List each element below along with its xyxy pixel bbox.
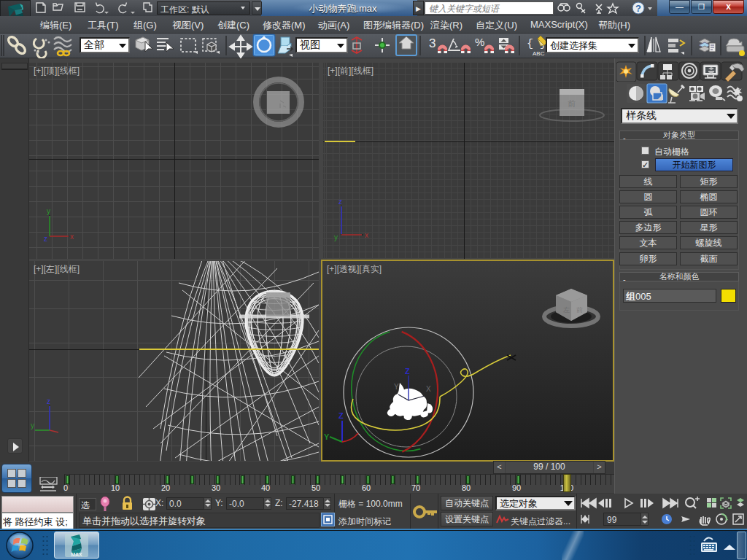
svg-text:MAX: MAX — [71, 552, 82, 557]
svg-text:%: % — [475, 36, 484, 48]
svg-text:Z: Z — [338, 411, 344, 420]
svg-text:Z: Z — [405, 367, 410, 376]
svg-text:前: 前 — [576, 306, 583, 314]
svg-text:x: x — [70, 233, 74, 241]
svg-text:z: z — [338, 198, 342, 206]
svg-text:y: y — [47, 207, 50, 215]
svg-text:z: z — [44, 235, 47, 243]
svg-text:y: y — [334, 233, 338, 241]
svg-text:3: 3 — [429, 36, 436, 50]
svg-text:X: X — [426, 385, 431, 393]
svg-text:ABC: ABC — [533, 50, 545, 57]
svg-text:前: 前 — [568, 99, 576, 108]
svg-text:Y: Y — [394, 383, 399, 391]
svg-text:x: x — [365, 231, 368, 239]
svg-text:Y: Y — [324, 432, 330, 441]
svg-text:左: 左 — [563, 306, 570, 314]
svg-text:y: y — [31, 421, 34, 429]
svg-text:?: ? — [635, 3, 641, 14]
svg-text:z: z — [47, 397, 50, 405]
